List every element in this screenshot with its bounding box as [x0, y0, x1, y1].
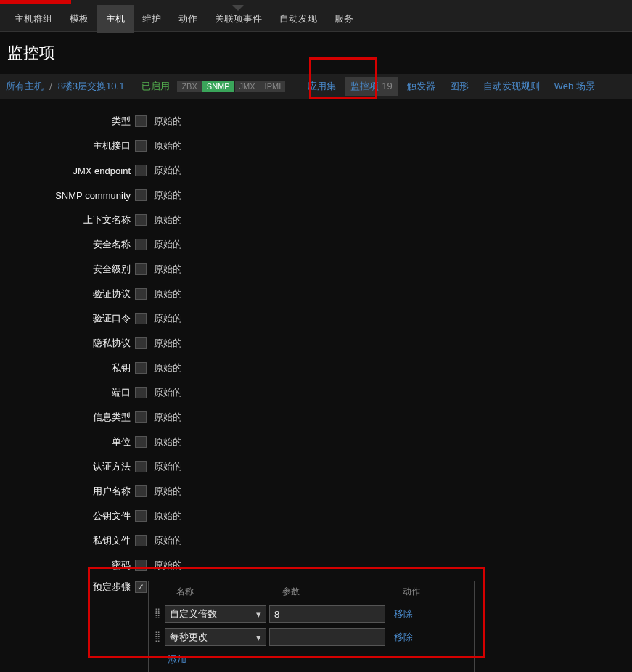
- field-value: 原始的: [154, 337, 182, 350]
- nav-templates[interactable]: 模板: [61, 5, 97, 33]
- form-row: 用户名称原始的: [0, 479, 632, 504]
- field-label: 安全级别: [0, 263, 135, 276]
- field-checkbox[interactable]: [135, 535, 147, 546]
- nav-actions[interactable]: 动作: [170, 5, 206, 33]
- form-row: 上下文名称原始的: [0, 208, 632, 232]
- nav-discovery[interactable]: 自动发现: [271, 5, 326, 33]
- form-row: 验证协议原始的: [0, 282, 632, 306]
- drag-handle-icon[interactable]: ⠿⠿: [155, 610, 162, 618]
- tab-graphs[interactable]: 图形: [444, 77, 475, 96]
- field-checkbox[interactable]: [135, 411, 147, 423]
- form-row: 验证口令原始的: [0, 306, 632, 331]
- field-checkbox[interactable]: [135, 239, 147, 250]
- field-checkbox[interactable]: [135, 461, 147, 472]
- field-label: JMX endpoint: [0, 165, 135, 176]
- remove-step-link[interactable]: 移除: [394, 631, 413, 644]
- field-checkbox[interactable]: [135, 436, 147, 448]
- drag-handle-icon[interactable]: ⠿⠿: [155, 633, 162, 642]
- field-checkbox[interactable]: [135, 510, 147, 522]
- tab-appset[interactable]: 应用集: [302, 77, 342, 96]
- form-row: 安全级别原始的: [0, 257, 632, 282]
- field-checkbox[interactable]: [135, 288, 147, 300]
- field-value: 原始的: [154, 509, 182, 523]
- step-param-input[interactable]: 8: [269, 605, 385, 623]
- field-checkbox[interactable]: [135, 214, 147, 226]
- crumb-host[interactable]: 8楼3层交换10.1: [58, 80, 125, 93]
- preprocessing-table: 名称 参数 动作 ⠿⠿ 自定义倍数 8 移除 ⠿⠿ 每秒更改 移除 添加: [148, 581, 475, 672]
- add-step-link[interactable]: 添加: [168, 654, 186, 665]
- form-row: 单位原始的: [0, 430, 632, 454]
- crumb-all-hosts[interactable]: 所有主机: [6, 80, 44, 93]
- nav-hostgroups[interactable]: 主机群组: [6, 5, 61, 33]
- field-value: 原始的: [154, 411, 182, 424]
- remove-step-link[interactable]: 移除: [394, 607, 413, 620]
- field-checkbox[interactable]: [135, 485, 147, 497]
- field-value: 原始的: [154, 287, 182, 300]
- field-label: 主机接口: [0, 139, 135, 152]
- field-checkbox[interactable]: [135, 337, 147, 349]
- main-nav: 主机群组 模板 主机 维护 动作 关联项事件 自动发现 服务: [0, 6, 632, 32]
- nav-services[interactable]: 服务: [326, 5, 362, 33]
- form-row: 私钥原始的: [0, 356, 632, 380]
- field-value: 原始的: [154, 139, 182, 152]
- tab-items-count: 19: [382, 81, 392, 91]
- checkbox-preprocessing[interactable]: [135, 581, 147, 593]
- field-label: 认证方法: [0, 460, 135, 473]
- field-checkbox[interactable]: [135, 165, 147, 176]
- field-checkbox[interactable]: [135, 140, 147, 152]
- field-label: 类型: [0, 115, 135, 128]
- field-checkbox[interactable]: [135, 387, 147, 398]
- field-value: 原始的: [154, 361, 182, 374]
- field-checkbox[interactable]: [135, 362, 147, 374]
- tab-triggers[interactable]: 触发器: [401, 77, 441, 96]
- field-value: 原始的: [154, 164, 182, 177]
- field-label: 用户名称: [0, 485, 135, 498]
- field-label: 单位: [0, 435, 135, 448]
- field-value: 原始的: [154, 115, 182, 128]
- label-preprocessing: 预定步骤: [0, 581, 135, 594]
- tag-snmp: SNMP: [202, 81, 235, 92]
- tag-jmx: JMX: [235, 81, 260, 92]
- col-header-param: 参数: [282, 586, 403, 598]
- tab-items-label: 监控项: [350, 81, 379, 91]
- step-param-value: 8: [274, 609, 279, 620]
- form-row: 隐私协议原始的: [0, 331, 632, 356]
- status-enabled: 已启用: [137, 80, 174, 93]
- col-header-action: 动作: [403, 586, 446, 598]
- tab-discovery[interactable]: 自动发现规则: [477, 77, 546, 96]
- tag-zbx: ZBX: [177, 81, 202, 92]
- form-row: SNMP community原始的: [0, 183, 632, 208]
- tab-items[interactable]: 监控项19: [345, 77, 398, 96]
- tab-webscene[interactable]: Web 场景: [549, 77, 601, 96]
- field-label: 私钥文件: [0, 534, 135, 547]
- field-value: 原始的: [154, 213, 182, 226]
- step-type-value: 每秒更改: [170, 631, 208, 644]
- preprocessing-row: ⠿⠿ 每秒更改 移除: [149, 626, 474, 649]
- field-label: 验证协议: [0, 287, 135, 300]
- breadcrumb-bar: 所有主机 / 8楼3层交换10.1 已启用 ZBX SNMP JMX IPMI …: [0, 74, 632, 99]
- field-checkbox[interactable]: [135, 560, 147, 571]
- step-type-select[interactable]: 自定义倍数: [165, 605, 266, 623]
- crumb-separator-icon: /: [46, 81, 55, 92]
- form-row: 公钥文件原始的: [0, 504, 632, 528]
- field-checkbox[interactable]: [135, 115, 147, 127]
- field-label: 隐私协议: [0, 337, 135, 350]
- field-value: 原始的: [154, 189, 182, 202]
- field-value: 原始的: [154, 460, 182, 473]
- form-row: 密码原始的: [0, 553, 632, 578]
- field-label: 安全名称: [0, 238, 135, 251]
- form-row: 主机接口原始的: [0, 134, 632, 158]
- page-title: 监控项: [0, 32, 632, 74]
- preprocessing-row: ⠿⠿ 自定义倍数 8 移除: [149, 602, 474, 626]
- field-value: 原始的: [154, 534, 182, 547]
- step-type-select[interactable]: 每秒更改: [165, 628, 266, 646]
- nav-hosts[interactable]: 主机: [97, 5, 134, 33]
- field-checkbox[interactable]: [135, 189, 147, 201]
- field-checkbox[interactable]: [135, 263, 147, 275]
- step-param-input[interactable]: [269, 628, 385, 646]
- field-checkbox[interactable]: [135, 313, 147, 324]
- nav-maintenance[interactable]: 维护: [134, 5, 170, 33]
- field-label: 私钥: [0, 361, 135, 374]
- field-value: 原始的: [154, 559, 182, 572]
- form-row: 信息类型原始的: [0, 405, 632, 430]
